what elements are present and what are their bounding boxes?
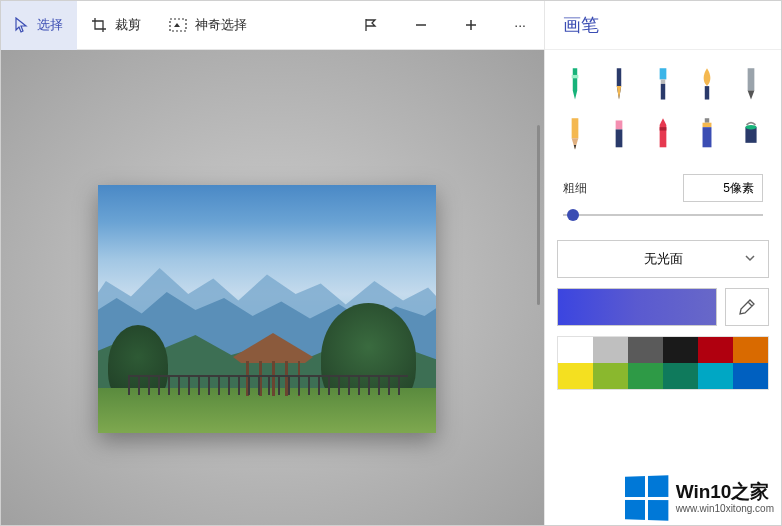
- canvas-scrollbar[interactable]: [537, 125, 540, 305]
- eyedropper-icon: [738, 298, 756, 316]
- select-label: 选择: [37, 16, 63, 34]
- palette-color[interactable]: [593, 363, 628, 389]
- palette-color[interactable]: [593, 337, 628, 363]
- brush-spray-can[interactable]: [685, 110, 729, 160]
- palette-color[interactable]: [558, 337, 593, 363]
- svg-rect-5: [660, 68, 667, 79]
- zoom-in-tool[interactable]: [446, 1, 496, 50]
- brush-paint-bucket[interactable]: [729, 110, 773, 160]
- toolbar: 选择 裁剪 神奇选择: [1, 1, 544, 50]
- crop-icon: [91, 17, 107, 33]
- brush-pencil-tip[interactable]: [729, 60, 773, 110]
- palette-color[interactable]: [628, 363, 663, 389]
- surface-label: 无光面: [644, 250, 683, 268]
- palette-color[interactable]: [698, 363, 733, 389]
- plus-icon: [464, 18, 478, 32]
- svg-rect-11: [616, 120, 623, 129]
- palette-color[interactable]: [698, 337, 733, 363]
- brush-pencil[interactable]: [553, 110, 597, 160]
- watermark: Win10之家 www.win10xitong.com: [624, 476, 774, 520]
- crop-tool[interactable]: 裁剪: [77, 1, 155, 50]
- svg-rect-7: [661, 84, 665, 100]
- windows-logo-icon: [625, 475, 668, 520]
- more-tool[interactable]: ···: [496, 1, 544, 50]
- app-root: 选择 裁剪 神奇选择: [0, 0, 782, 526]
- palette-color[interactable]: [558, 363, 593, 389]
- thickness-slider[interactable]: [563, 208, 763, 222]
- svg-rect-15: [705, 118, 709, 122]
- svg-rect-4: [572, 75, 579, 78]
- svg-rect-10: [572, 118, 579, 138]
- panel-title: 画笔: [545, 1, 781, 50]
- slider-thumb-icon[interactable]: [567, 209, 579, 221]
- watermark-title: Win10之家: [676, 482, 774, 503]
- svg-rect-8: [705, 86, 709, 99]
- canvas-area[interactable]: [1, 50, 544, 525]
- current-color-swatch[interactable]: [557, 288, 717, 326]
- palette-color[interactable]: [628, 337, 663, 363]
- svg-rect-12: [616, 129, 623, 147]
- color-palette: [557, 336, 769, 390]
- canvas-image[interactable]: [98, 185, 436, 433]
- magic-select-tool[interactable]: 神奇选择: [155, 1, 261, 50]
- brush-marker[interactable]: [553, 60, 597, 110]
- brush-paintbrush[interactable]: [641, 60, 685, 110]
- minus-icon: [414, 18, 428, 32]
- brush-calligraphy-pen[interactable]: [597, 60, 641, 110]
- flag-icon: [364, 18, 378, 32]
- svg-rect-17: [703, 127, 712, 147]
- svg-rect-14: [660, 127, 667, 130]
- svg-rect-18: [745, 127, 756, 143]
- more-icon: ···: [514, 17, 526, 33]
- left-pane: 选择 裁剪 神奇选择: [1, 1, 544, 525]
- palette-color[interactable]: [663, 337, 698, 363]
- thickness-input[interactable]: 5像素: [683, 174, 763, 202]
- cursor-icon: [15, 17, 29, 33]
- brush-oil-brush[interactable]: [685, 60, 729, 110]
- thickness-label: 粗细: [563, 180, 587, 197]
- magic-select-icon: [169, 18, 187, 32]
- brush-crayon[interactable]: [641, 110, 685, 160]
- brush-grid: [545, 50, 781, 166]
- brush-eraser[interactable]: [597, 110, 641, 160]
- palette-color[interactable]: [663, 363, 698, 389]
- watermark-url: www.win10xitong.com: [676, 503, 774, 514]
- surface-dropdown[interactable]: 无光面: [557, 240, 769, 278]
- magic-select-label: 神奇选择: [195, 16, 247, 34]
- select-tool[interactable]: 选择: [1, 1, 77, 50]
- current-color-row: [557, 288, 769, 326]
- svg-point-19: [745, 125, 756, 129]
- crop-label: 裁剪: [115, 16, 141, 34]
- palette-color[interactable]: [733, 363, 768, 389]
- palette-color[interactable]: [733, 337, 768, 363]
- brush-panel: 画笔 粗细 5像素 无光面: [544, 1, 781, 525]
- thickness-row: 粗细 5像素: [545, 166, 781, 202]
- svg-rect-16: [703, 123, 712, 127]
- svg-rect-6: [661, 79, 665, 83]
- flag-tool[interactable]: [346, 1, 396, 50]
- zoom-out-tool[interactable]: [396, 1, 446, 50]
- svg-rect-9: [748, 68, 755, 90]
- chevron-down-icon: [744, 252, 756, 267]
- eyedropper-button[interactable]: [725, 288, 769, 326]
